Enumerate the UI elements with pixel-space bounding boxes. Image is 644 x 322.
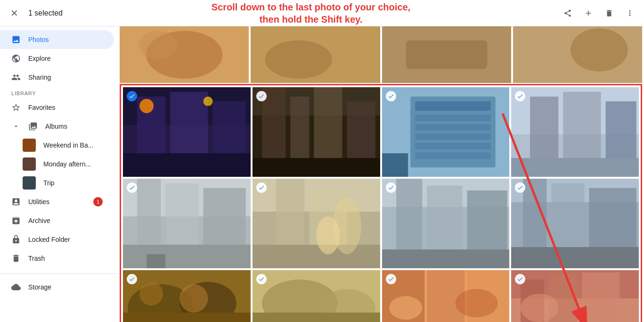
star-icon	[11, 103, 21, 112]
share-button[interactable]	[559, 5, 576, 22]
album-3-label: Trip	[43, 179, 55, 187]
utilities-icon	[11, 197, 21, 206]
photo-cell-3-3[interactable]	[382, 270, 510, 322]
svg-rect-39	[511, 158, 639, 177]
utilities-badge: 1	[93, 197, 103, 206]
sidebar-item-utilities[interactable]: Utilities 1	[0, 192, 114, 211]
sidebar-item-locked[interactable]: Locked Folder	[0, 230, 114, 249]
more-button[interactable]	[621, 5, 638, 22]
explore-icon	[11, 54, 21, 63]
red-annotation-box: 3	[120, 84, 642, 322]
svg-rect-28	[415, 124, 490, 131]
svg-point-53	[316, 216, 340, 254]
close-button[interactable]: ✕	[6, 5, 23, 22]
sharing-label: Sharing	[28, 74, 51, 81]
top-strip-cell-2[interactable]	[251, 26, 380, 83]
top-strip-cell-4[interactable]	[513, 26, 642, 83]
svg-rect-30	[415, 143, 490, 149]
cloud-icon	[11, 282, 21, 292]
svg-point-16	[203, 97, 212, 106]
photos-label: Photos	[28, 36, 49, 43]
svg-point-15	[139, 99, 154, 113]
storage-label: Storage	[28, 283, 51, 291]
svg-rect-6	[406, 41, 487, 69]
top-strip-cell-3[interactable]	[382, 26, 511, 83]
photo-row-2	[121, 179, 641, 268]
locked-folder-label: Locked Folder	[28, 236, 70, 243]
svg-rect-29	[415, 133, 490, 140]
photo-cell-2-2[interactable]	[253, 179, 380, 268]
utilities-label: Utilities	[28, 198, 49, 206]
sidebar-item-archive[interactable]: Archive	[0, 211, 114, 230]
main-photo-area: 3	[118, 26, 644, 322]
photo-cell-2-1[interactable]	[123, 179, 251, 268]
add-button[interactable]	[580, 5, 597, 22]
svg-rect-45	[123, 245, 251, 268]
svg-point-80	[389, 296, 422, 320]
photo-cell-1-2[interactable]	[253, 87, 380, 177]
album-1-label: Weekend in Ba...	[43, 141, 93, 149]
sidebar-item-sharing[interactable]: Sharing	[0, 68, 114, 87]
check-1-3	[386, 91, 396, 101]
top-strip	[118, 26, 644, 83]
albums-label: Albums	[45, 123, 67, 130]
delete-button[interactable]	[601, 5, 618, 22]
header-actions	[559, 5, 638, 22]
sidebar-item-storage[interactable]: Storage	[0, 278, 114, 297]
svg-rect-46	[147, 254, 165, 268]
sidebar-item-album-1[interactable]: Weekend in Ba...	[0, 136, 114, 155]
top-strip-cell-1[interactable]	[120, 26, 249, 83]
archive-icon	[11, 216, 21, 225]
svg-rect-65	[511, 247, 639, 268]
trash-label: Trash	[28, 255, 45, 262]
sidebar-item-favorites[interactable]: Favorites	[0, 98, 114, 117]
photo-row-1: 3	[121, 85, 641, 179]
sidebar: Photos Explore Sharing LIBRARY Favorites	[0, 26, 118, 322]
svg-rect-26	[415, 101, 490, 111]
photo-cell-1-3[interactable]: 3	[382, 87, 510, 177]
album-thumb-3	[23, 176, 36, 190]
lock-icon	[11, 235, 21, 244]
svg-rect-14	[123, 153, 251, 177]
trash-icon	[11, 254, 21, 263]
sidebar-item-explore[interactable]: Explore	[0, 49, 114, 68]
svg-point-8	[571, 28, 628, 71]
svg-rect-32	[382, 153, 408, 177]
svg-point-69	[139, 282, 163, 305]
svg-point-87	[521, 294, 558, 322]
photo-cell-2-3[interactable]	[382, 179, 510, 268]
sidebar-item-albums[interactable]: Albums	[0, 117, 114, 136]
svg-point-70	[179, 284, 208, 313]
instruction-text: Scroll down to the last photo of your ch…	[212, 1, 410, 25]
archive-label: Archive	[28, 217, 50, 224]
svg-point-81	[455, 289, 497, 317]
explore-label: Explore	[28, 55, 50, 62]
favorites-label: Favorites	[28, 104, 56, 111]
svg-rect-75	[253, 313, 380, 322]
sidebar-item-photos[interactable]: Photos	[0, 30, 114, 49]
album-thumb-1	[23, 139, 36, 152]
check-3-3	[386, 274, 396, 284]
svg-point-2	[139, 31, 177, 59]
svg-point-4	[265, 41, 332, 79]
sidebar-item-album-3[interactable]: Trip	[0, 173, 114, 192]
check-3-1	[127, 274, 137, 284]
header-left: ✕ 1 selected	[6, 5, 63, 22]
photo-cell-3-4[interactable]	[511, 270, 639, 322]
sidebar-bottom: Storage	[0, 273, 118, 297]
chevron-down-icon	[11, 122, 21, 131]
photo-row-3	[121, 268, 641, 322]
check-2-2	[256, 182, 267, 193]
sidebar-item-trash[interactable]: Trash	[0, 249, 114, 268]
header-center: Scroll down to the last photo of your ch…	[63, 1, 559, 25]
svg-rect-31	[415, 152, 490, 159]
sidebar-item-album-2[interactable]: Monday aftern...	[0, 155, 114, 173]
photo-cell-3-1[interactable]	[123, 270, 251, 322]
photo-cell-1-1[interactable]	[123, 87, 251, 177]
svg-rect-71	[123, 313, 251, 322]
photo-cell-2-4[interactable]	[511, 179, 639, 268]
sharing-icon	[11, 73, 21, 82]
photo-cell-3-2[interactable]	[253, 270, 380, 322]
photo-cell-1-4[interactable]	[511, 87, 639, 177]
library-section-label: LIBRARY	[0, 87, 118, 98]
